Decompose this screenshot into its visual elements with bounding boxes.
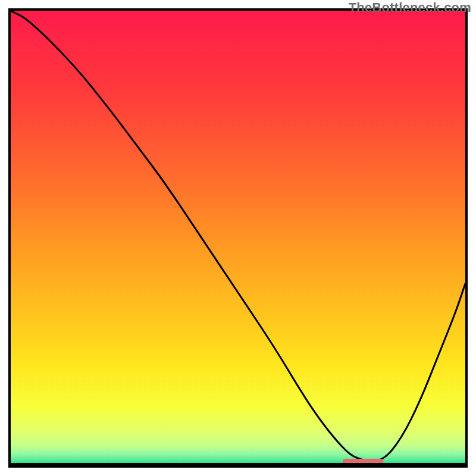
chart-stage: TheBottleneck.com (0, 0, 476, 476)
plot-svg (11, 11, 465, 465)
plot-area (11, 11, 465, 465)
x-axis-baseline (11, 463, 465, 465)
gradient-background (11, 11, 465, 465)
watermark-label: TheBottleneck.com (349, 0, 471, 15)
